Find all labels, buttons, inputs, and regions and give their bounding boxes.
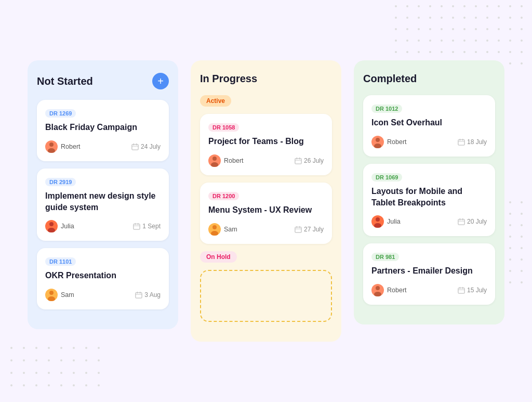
avatar-julia	[371, 215, 384, 228]
badge-active: Active	[200, 95, 231, 107]
card-dr2919[interactable]: DR 2919 Implement new design style guide…	[37, 168, 169, 241]
card-dr1101[interactable]: DR 1101 OKR Presentation Sam	[37, 248, 169, 309]
card-date: 18 July	[458, 138, 487, 146]
card-title: Menu System - UX Review	[208, 204, 324, 216]
calendar-icon	[458, 138, 465, 146]
card-date: 27 July	[295, 226, 324, 233]
svg-rect-26	[295, 227, 301, 232]
avatar-robert	[371, 136, 384, 148]
svg-rect-32	[458, 140, 464, 146]
svg-point-43	[374, 292, 381, 296]
column-header-completed: Completed	[363, 73, 495, 85]
date-text: 24 July	[141, 143, 161, 150]
svg-rect-38	[458, 219, 464, 225]
card-date: 24 July	[131, 143, 161, 150]
card-meta: Sam 3 Aug	[45, 289, 161, 301]
calendar-icon	[458, 287, 465, 294]
svg-point-0	[49, 142, 54, 147]
card-assignee: Sam	[45, 289, 74, 301]
card-title: Project for Teams - Blog	[208, 136, 324, 147]
date-text: 20 July	[467, 218, 487, 225]
svg-point-6	[49, 222, 54, 226]
card-date: 20 July	[458, 218, 487, 225]
badge-on-hold: On Hold	[200, 251, 237, 263]
avatar-robert	[371, 284, 384, 296]
svg-point-1	[48, 148, 55, 153]
svg-rect-44	[458, 288, 464, 293]
avatar-sam	[208, 223, 221, 236]
assignee-name: Sam	[224, 226, 237, 233]
avatar-robert	[208, 154, 221, 167]
card-dr1269[interactable]: DR 1269 Black Friday Campaign Robert	[37, 100, 169, 161]
card-id-badge: DR 2919	[45, 178, 76, 186]
card-assignee: Robert	[371, 136, 407, 148]
column-header-in-progress: In Progress	[200, 73, 332, 85]
svg-point-24	[212, 225, 217, 229]
card-title: OKR Presentation	[45, 270, 161, 281]
card-id-badge: DR 1012	[371, 105, 402, 113]
card-id-badge: DR 1069	[371, 173, 402, 181]
card-assignee: Sam	[208, 223, 237, 236]
column-title-in-progress: In Progress	[200, 73, 257, 85]
kanban-board: Not Started + DR 1269 Black Friday Campa…	[28, 60, 504, 341]
decorative-dots-top-right: (function(){ const d = document.currentS…	[395, 5, 527, 69]
card-meta: Robert 15 July	[371, 284, 487, 296]
svg-point-42	[376, 286, 380, 290]
card-assignee: Robert	[45, 140, 81, 153]
calendar-icon	[131, 143, 139, 150]
card-date: 1 Sept	[133, 223, 161, 230]
column-not-started: Not Started + DR 1269 Black Friday Campa…	[28, 60, 178, 329]
date-text: 1 Sept	[142, 223, 161, 230]
card-id-badge: DR 1200	[208, 192, 239, 200]
card-title: Layouts for Mobile and Tablet Breakpoint…	[371, 186, 487, 208]
assignee-name: Robert	[61, 143, 81, 150]
card-meta: Julia 20 July	[371, 215, 487, 228]
card-id-badge: DR 1058	[208, 123, 239, 132]
svg-point-19	[211, 162, 218, 167]
card-title: Implement new design style guide system	[45, 190, 161, 213]
calendar-icon	[133, 223, 140, 230]
assignee-name: Robert	[224, 157, 244, 164]
calendar-icon	[458, 218, 465, 225]
svg-point-13	[48, 296, 55, 301]
drop-zone-on-hold[interactable]	[200, 270, 332, 322]
card-date: 15 July	[458, 287, 487, 294]
assignee-name: Julia	[61, 223, 74, 230]
svg-point-36	[376, 217, 380, 222]
svg-rect-2	[132, 145, 138, 150]
card-dr1200[interactable]: DR 1200 Menu System - UX Review Sam	[200, 183, 332, 244]
date-text: 18 July	[467, 138, 487, 146]
add-card-button-not-started[interactable]: +	[152, 73, 169, 89]
svg-point-31	[374, 144, 381, 148]
assignee-name: Robert	[387, 138, 407, 146]
card-id-badge: DR 1101	[45, 257, 76, 266]
assignee-name: Julia	[387, 218, 401, 225]
card-meta: Sam 27 July	[208, 223, 324, 236]
column-in-progress: In Progress Active DR 1058 Project for T…	[191, 60, 341, 341]
column-title-completed: Completed	[363, 73, 417, 85]
card-meta: Robert 18 July	[371, 136, 487, 148]
svg-point-25	[211, 231, 218, 236]
assignee-name: Robert	[387, 287, 407, 294]
calendar-icon	[295, 157, 302, 164]
card-dr1012[interactable]: DR 1012 Icon Set Overhaul Robert	[363, 95, 495, 157]
svg-rect-14	[136, 292, 142, 298]
column-completed: Completed DR 1012 Icon Set Overhaul Robe…	[354, 60, 504, 324]
svg-point-7	[48, 228, 55, 232]
date-text: 27 July	[304, 226, 324, 233]
card-dr1069[interactable]: DR 1069 Layouts for Mobile and Tablet Br…	[363, 164, 495, 236]
card-dr981[interactable]: DR 981 Partners - Emailer Design Robert	[363, 243, 495, 305]
avatar-julia	[45, 220, 58, 232]
avatar-robert	[45, 140, 58, 153]
card-dr1058[interactable]: DR 1058 Project for Teams - Blog Robert	[200, 114, 332, 175]
card-title: Partners - Emailer Design	[371, 265, 487, 277]
svg-rect-20	[295, 159, 301, 164]
calendar-icon	[135, 291, 142, 299]
card-assignee: Julia	[371, 215, 401, 228]
date-text: 26 July	[304, 157, 324, 164]
svg-point-12	[49, 291, 54, 295]
card-assignee: Julia	[45, 220, 74, 232]
card-date: 26 July	[295, 157, 324, 164]
svg-point-18	[212, 157, 217, 161]
decorative-dots-bottom-left: (function(){ const d = document.currentS…	[10, 347, 105, 392]
